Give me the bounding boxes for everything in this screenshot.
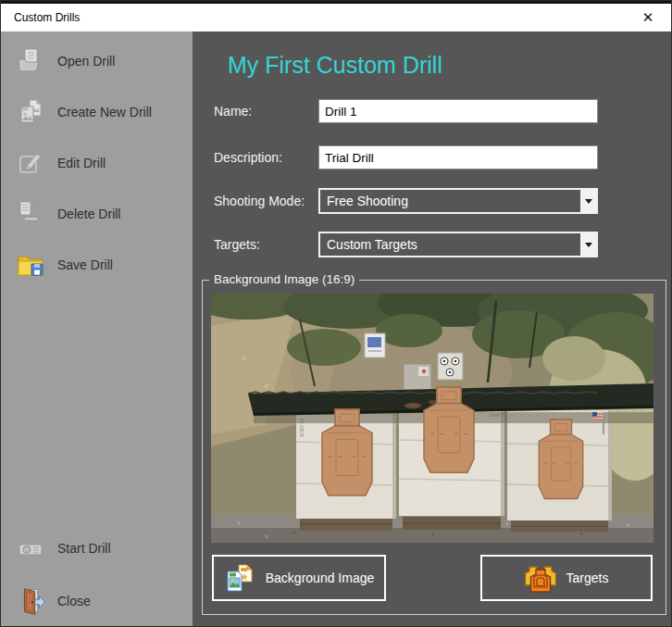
- name-input[interactable]: [318, 99, 598, 123]
- sidebar-item-open-drill[interactable]: Open Drill: [16, 42, 115, 81]
- sidebar-item-label: Save Drill: [57, 257, 113, 272]
- close-window-icon[interactable]: ✕: [634, 4, 662, 31]
- delete-drill-icon: [16, 199, 45, 229]
- shooting-mode-label: Shooting Mode:: [214, 194, 305, 208]
- window-title: Custom Drills: [14, 11, 80, 24]
- image-files-icon: [224, 562, 255, 594]
- custom-drills-window: Custom Drills ✕ Open Drill: [0, 0, 672, 627]
- edit-drill-icon: [16, 148, 45, 178]
- sidebar: Open Drill Create New Drill: [1, 31, 193, 626]
- targets-label: Targets:: [214, 237, 260, 252]
- targets-dropdown-button[interactable]: [580, 233, 596, 256]
- name-label: Name:: [214, 104, 252, 119]
- background-image-button-label: Background Image: [266, 571, 375, 585]
- targets-button[interactable]: Targets: [480, 555, 653, 601]
- create-new-drill-icon: [16, 97, 45, 127]
- targets-select[interactable]: Custom Targets: [318, 232, 598, 257]
- background-image-button[interactable]: Background Image: [212, 555, 386, 601]
- sidebar-item-label: Create New Drill: [57, 105, 152, 119]
- sidebar-item-close[interactable]: Close: [16, 582, 91, 621]
- sidebar-item-label: Start Drill: [57, 541, 111, 556]
- open-drill-icon: [16, 46, 45, 76]
- sidebar-item-create-new-drill[interactable]: Create New Drill: [16, 93, 152, 132]
- targets-value: Custom Targets: [320, 233, 580, 256]
- chevron-down-icon: [585, 199, 592, 207]
- chevron-down-icon: [585, 243, 592, 251]
- save-drill-icon: [16, 250, 45, 280]
- shooting-mode-dropdown-button[interactable]: [580, 190, 596, 212]
- sidebar-item-delete-drill[interactable]: Delete Drill: [16, 194, 120, 233]
- sidebar-item-label: Delete Drill: [57, 207, 120, 221]
- main-panel: My First Custom Drill Name: Description:…: [193, 31, 671, 626]
- sidebar-item-label: Open Drill: [57, 54, 115, 69]
- shooting-mode-select[interactable]: Free Shooting: [318, 188, 598, 214]
- groupbox-legend: Background Image (16:9): [209, 272, 359, 286]
- description-input[interactable]: [318, 145, 598, 169]
- sidebar-item-label: Close: [57, 594, 91, 608]
- shooting-mode-value: Free Shooting: [320, 190, 580, 212]
- background-photo: BLOCK WHITE: [211, 294, 653, 543]
- close-door-icon: [16, 586, 45, 616]
- description-label: Description:: [214, 150, 282, 165]
- background-image-groupbox: Background Image (16:9): [202, 280, 666, 615]
- targets-icon: [525, 562, 556, 594]
- sidebar-item-label: Edit Drill: [57, 156, 106, 170]
- sidebar-item-start-drill[interactable]: Start Drill: [16, 529, 111, 568]
- targets-button-label: Targets: [566, 571, 609, 585]
- start-drill-icon: [16, 533, 45, 563]
- drill-heading: My First Custom Drill: [228, 52, 442, 79]
- sidebar-item-save-drill[interactable]: Save Drill: [16, 245, 113, 284]
- sidebar-item-edit-drill[interactable]: Edit Drill: [16, 144, 106, 182]
- titlebar: Custom Drills ✕: [1, 1, 671, 31]
